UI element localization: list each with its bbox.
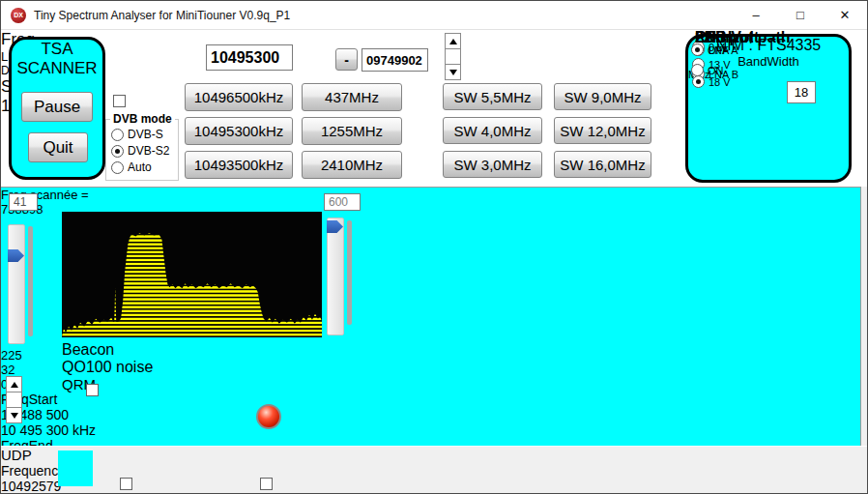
freq-center-value: 10 495 300 kHz — [1, 422, 860, 438]
maximize-button[interactable]: □ — [778, 1, 823, 30]
scanwidth-spin-body[interactable] — [445, 48, 461, 65]
top-panel: TSA SCANNER Pause Quit Freq 10495300 L.O… — [1, 30, 868, 187]
qrm-annotation: QRM — [62, 376, 322, 392]
quit-button[interactable]: Quit — [28, 132, 88, 162]
udp-led-chip — [58, 450, 93, 486]
radio-dvb-s2[interactable]: DVB-S2 — [111, 144, 169, 158]
tone-on-radio-icon[interactable] — [691, 64, 704, 76]
step-spinner — [6, 377, 22, 423]
tone-off-radio-icon[interactable] — [691, 44, 704, 56]
radio-18v[interactable]: 18 V — [692, 75, 731, 88]
preset-437mhz-button[interactable]: 437MHz — [302, 83, 402, 111]
beacon-annotation: Beacon — [62, 341, 322, 359]
main-area: Freq scannée = 738898 41 225 32 0 Beacon… — [1, 187, 861, 446]
left-slider[interactable] — [8, 224, 25, 344]
spectrum-display: Beacon QO100 noise QRM — [62, 212, 322, 337]
dvb-mode-group: DVB mode DVB-S DVB-S2 Auto — [105, 119, 179, 181]
tsa-scanner-box: TSA SCANNER Pause Quit — [9, 37, 105, 180]
dvb-mode-title: DVB mode — [110, 112, 175, 126]
right-slider-scale-bar — [347, 220, 352, 325]
scanwidth-up-button[interactable] — [445, 33, 461, 49]
qo100-noise-annotation: QO100 noise — [62, 359, 322, 376]
auto-radio-icon[interactable] — [111, 161, 124, 174]
rf-input-group: RFinput path LNA A LNA B — [688, 80, 748, 136]
freq-start-label: FreqStart — [1, 392, 860, 407]
dvb-s2-radio-icon[interactable] — [111, 145, 124, 158]
detect-checkbox[interactable] — [113, 95, 126, 107]
down-arrow-icon — [11, 413, 18, 419]
right-slider[interactable] — [327, 218, 344, 335]
sw-3-0-button[interactable]: SW 3,0MHz — [443, 151, 542, 178]
scanwidth-spinner — [445, 34, 461, 80]
window-title: Tiny Spectrum Analyser for MiniTiouner V… — [34, 9, 290, 22]
freq-start-value: 10 488 500 — [1, 407, 860, 422]
sw-9-0-button[interactable]: SW 9,0MHz — [554, 83, 651, 110]
preset-1255mhz-button[interactable]: 1255MHz — [302, 117, 402, 145]
udp-led-green — [62, 454, 89, 481]
right-gain-input[interactable]: 600 — [324, 193, 361, 211]
preset-10495300-button[interactable]: 10495300kHz — [185, 117, 293, 145]
wide-scan-checkbox[interactable] — [120, 478, 132, 490]
preset-10496500-button[interactable]: 10496500kHz — [185, 83, 293, 111]
tone-off-label: OFF — [708, 44, 729, 56]
lo-minus-button[interactable]: - — [335, 48, 358, 71]
up-arrow-icon — [449, 39, 457, 44]
freq-input[interactable]: 10495300 — [206, 44, 293, 71]
dvb-s-label: DVB-S — [128, 128, 163, 141]
left-gain-input[interactable]: 41 — [9, 193, 38, 211]
sw-5-5-button[interactable]: SW 5,5MHz — [443, 83, 542, 110]
dvb-s2-label: DVB-S2 — [128, 144, 169, 158]
step-spin-body[interactable] — [6, 392, 22, 408]
sw-4-0-button[interactable]: SW 4,0MHz — [443, 117, 542, 144]
down-arrow-icon — [449, 70, 457, 75]
freq-scanned-label: Freq scannée = — [1, 188, 860, 202]
dvb-s-radio-icon[interactable] — [111, 129, 124, 141]
step-up-button[interactable] — [6, 376, 22, 392]
auto-label: Auto — [128, 160, 152, 174]
sw-12-0-button[interactable]: SW 12,0MHz — [554, 117, 651, 144]
tsa-title-line2: SCANNER — [12, 59, 102, 78]
volt-18-label: 18 V — [709, 76, 731, 88]
app-icon: DX — [11, 8, 26, 23]
udp-label: UDP — [1, 447, 868, 463]
auto-send-checkbox[interactable] — [86, 384, 99, 396]
tsa-title-line1: TSA — [12, 40, 102, 59]
tone-on-label: ON — [708, 65, 724, 76]
pause-button[interactable]: Pause — [21, 92, 93, 122]
lock-led-red — [256, 404, 281, 429]
preset-2410mhz-button[interactable]: 2410MHz — [302, 151, 402, 179]
frequency-label: Frequency — [1, 463, 868, 479]
spectrum-plot — [62, 212, 322, 337]
app-window: DX Tiny Spectrum Analyser for MiniTioune… — [0, 0, 868, 494]
radio-dvb-s[interactable]: DVB-S — [111, 128, 163, 141]
step-down-button[interactable] — [6, 407, 22, 423]
title-bar: DX Tiny Spectrum Analyser for MiniTioune… — [1, 1, 867, 30]
close-button[interactable]: ✕ — [823, 1, 867, 30]
bottom-bar: UDP Frequency 10492579 Offset 9749995 Sy… — [1, 446, 868, 494]
bandwidth-input[interactable]: 18 — [787, 81, 816, 103]
volt-18-radio-icon[interactable] — [692, 75, 705, 88]
lo-input[interactable]: 09749902 — [362, 48, 428, 72]
preset-10493500-button[interactable]: 10493500kHz — [185, 151, 293, 179]
left-slider-scale-bar — [28, 226, 33, 336]
scanwidth-down-button[interactable] — [445, 64, 461, 80]
radio-auto[interactable]: Auto — [111, 160, 152, 174]
radio-22khz-on[interactable]: ON — [691, 64, 724, 76]
nim-box: NIM : FTS4335 BandWidth 18 MHz RFinput p… — [685, 34, 852, 183]
low-sr-checkbox[interactable] — [260, 478, 273, 490]
up-arrow-icon — [11, 382, 18, 388]
radio-22khz-off[interactable]: OFF — [691, 44, 729, 56]
sw-16-0-button[interactable]: SW 16,0MHz — [554, 151, 651, 178]
minimize-button[interactable]: – — [734, 1, 778, 30]
